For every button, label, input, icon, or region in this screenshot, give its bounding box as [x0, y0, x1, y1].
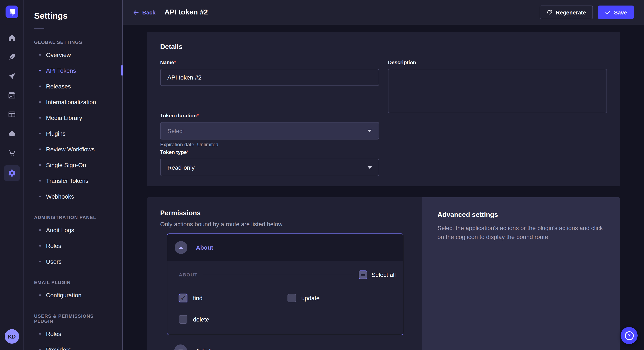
- about-accordion-title: About: [196, 244, 213, 251]
- required-asterisk: *: [197, 113, 199, 119]
- bullet-icon: [39, 70, 41, 71]
- about-subheader: ABOUT: [179, 272, 198, 277]
- subnav-title-divider: [34, 28, 44, 29]
- required-asterisk: *: [187, 149, 189, 155]
- cloud-icon[interactable]: [8, 129, 16, 138]
- regenerate-label: Regenerate: [556, 9, 586, 15]
- strapi-logo-icon: [5, 5, 18, 18]
- select-all-checkbox[interactable]: [359, 270, 367, 279]
- sidebar-item-label: Plugins: [46, 130, 66, 137]
- section-users-permissions-plugin: USERS & PERMISSIONS PLUGIN: [34, 313, 112, 324]
- bullet-icon: [39, 148, 41, 150]
- sidebar-item-plugins[interactable]: Plugins: [34, 126, 112, 141]
- token-duration-label: Token duration*: [160, 113, 379, 119]
- back-button[interactable]: Back: [133, 9, 156, 15]
- permissions-title: Permissions: [160, 209, 410, 217]
- section-email-plugin: EMAIL PLUGIN: [34, 280, 112, 285]
- details-title: Details: [160, 43, 607, 51]
- select-all-control[interactable]: Select all: [359, 270, 396, 279]
- strapi-logo[interactable]: [5, 5, 18, 18]
- sidebar-item-transfer-tokens[interactable]: Transfer Tokens: [34, 173, 112, 188]
- media-library-icon[interactable]: [8, 91, 16, 100]
- cart-icon[interactable]: [8, 149, 16, 157]
- paper-plane-icon[interactable]: [8, 72, 16, 80]
- action-label: update: [301, 295, 320, 302]
- token-type-select[interactable]: Read-only: [160, 159, 379, 176]
- user-avatar[interactable]: KD: [4, 329, 19, 344]
- expand-toggle[interactable]: [174, 345, 187, 350]
- bullet-icon: [39, 294, 41, 296]
- sidebar-item-label: Review Workflows: [46, 146, 94, 153]
- find-checkbox[interactable]: [179, 294, 188, 302]
- sidebar-item-label: Roles: [46, 330, 61, 337]
- sidebar-item-api-tokens[interactable]: API Tokens: [34, 62, 112, 78]
- chevron-down-icon: [368, 166, 372, 169]
- sidebar-item-audit-logs[interactable]: Audit Logs: [34, 222, 112, 238]
- rail-user-area: KD: [0, 323, 24, 350]
- bullet-icon: [39, 349, 41, 350]
- sidebar-item-label: API Tokens: [46, 67, 76, 74]
- token-type-label: Token type*: [160, 149, 379, 155]
- refresh-icon: [546, 9, 552, 15]
- action-update: update: [287, 294, 396, 302]
- sidebar-item-releases[interactable]: Releases: [34, 78, 112, 94]
- sidebar-item-label: Webhooks: [46, 193, 74, 200]
- sidebar-item-label: Audit Logs: [46, 226, 74, 233]
- details-card: Details Name* Description Token duration…: [147, 32, 620, 186]
- advanced-settings-description: Select the application's actions or the …: [438, 224, 605, 242]
- delete-checkbox[interactable]: [179, 315, 188, 324]
- layout-icon[interactable]: [8, 110, 16, 119]
- sidebar-item-label: Transfer Tokens: [46, 177, 88, 184]
- subnav-title: Settings: [34, 11, 112, 21]
- sidebar-item-single-sign-on[interactable]: Single Sign-On: [34, 157, 112, 173]
- token-type-value: Read-only: [168, 164, 195, 171]
- collapse-toggle[interactable]: [175, 241, 188, 254]
- token-duration-select[interactable]: Select: [160, 122, 379, 140]
- feather-icon[interactable]: [8, 53, 16, 61]
- settings-gear-icon: [8, 169, 16, 177]
- main-nav-rail: KD: [0, 0, 24, 350]
- settings-nav-active[interactable]: [4, 165, 20, 181]
- sidebar-item-overview[interactable]: Overview: [34, 47, 112, 62]
- back-label: Back: [142, 9, 156, 15]
- action-label: find: [193, 295, 202, 302]
- page-title: API token #2: [164, 8, 208, 16]
- bullet-icon: [39, 164, 41, 166]
- permissions-subtitle: Only actions bound by a route are listed…: [160, 221, 410, 227]
- section-global-settings: GLOBAL SETTINGS: [34, 39, 112, 45]
- settings-subnav: Settings GLOBAL SETTINGS Overview API To…: [24, 0, 123, 350]
- expiration-hint: Expiration date: Unlimited: [160, 142, 379, 148]
- save-label: Save: [614, 9, 627, 15]
- article-accordion-title: Article: [196, 348, 214, 350]
- sidebar-item-admin-users[interactable]: Users: [34, 253, 112, 269]
- help-button[interactable]: ?: [620, 327, 638, 344]
- bullet-icon: [39, 245, 41, 246]
- sidebar-item-internationalization[interactable]: Internationalization: [34, 94, 112, 110]
- about-accordion-header[interactable]: About: [168, 234, 403, 261]
- save-button[interactable]: Save: [598, 5, 634, 19]
- action-delete: delete: [179, 315, 287, 324]
- required-asterisk: *: [174, 59, 176, 65]
- name-input[interactable]: [160, 69, 379, 86]
- main-area: Back API token #2 Regenerate Save: [123, 0, 644, 350]
- sidebar-item-up-roles[interactable]: Roles: [34, 326, 112, 342]
- bullet-icon: [39, 333, 41, 335]
- sidebar-item-label: Internationalization: [46, 98, 96, 105]
- sidebar-item-webhooks[interactable]: Webhooks: [34, 188, 112, 204]
- sidebar-item-media-library[interactable]: Media Library: [34, 110, 112, 126]
- sidebar-item-up-providers[interactable]: Providers: [34, 342, 112, 350]
- update-checkbox[interactable]: [287, 294, 296, 302]
- sidebar-item-admin-roles[interactable]: Roles: [34, 238, 112, 253]
- article-accordion-header[interactable]: Article: [167, 339, 403, 350]
- description-input[interactable]: [388, 69, 607, 113]
- bullet-icon: [39, 101, 41, 103]
- sidebar-item-review-workflows[interactable]: Review Workflows: [34, 141, 112, 157]
- home-icon[interactable]: [8, 34, 16, 42]
- bullet-icon: [39, 117, 41, 118]
- sidebar-item-email-configuration[interactable]: Configuration: [34, 287, 112, 303]
- name-field: Name*: [160, 59, 379, 86]
- action-find: find: [179, 294, 287, 302]
- divider-line: [203, 275, 353, 275]
- regenerate-button[interactable]: Regenerate: [540, 5, 593, 19]
- section-administration-panel: ADMINISTRATION PANEL: [34, 215, 112, 220]
